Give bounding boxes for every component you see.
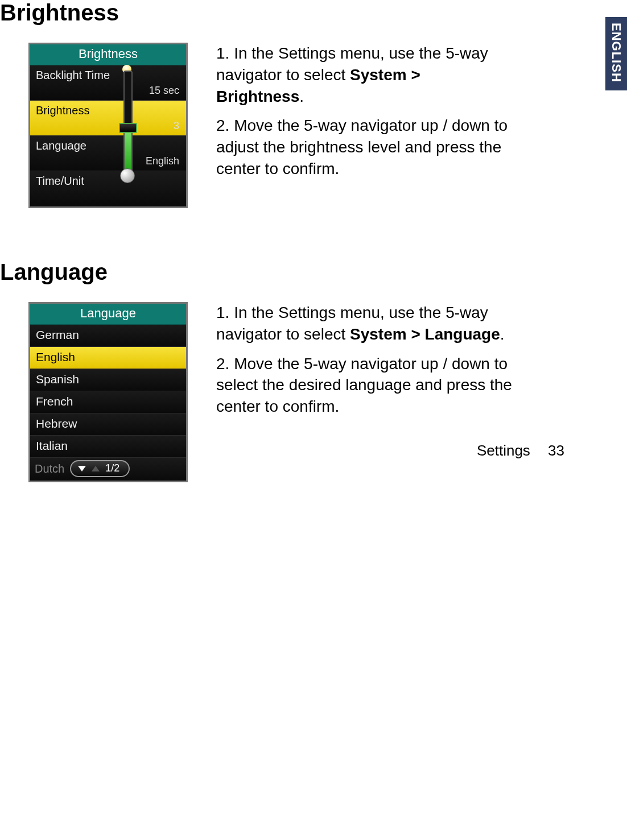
screen-title: Brightness [30,44,186,65]
lang-item-german: German [30,325,186,347]
brightness-device-screenshot: Brightness Backlight Time 15 sec Brightn… [28,43,188,208]
step-number: 2. [216,117,229,134]
menu-row-time-unit: Time/Unit [30,171,186,206]
step-number: 1. [216,44,229,62]
step-2: 2. Move the 5-way navigator up / down to… [216,353,512,417]
chevron-up-icon [92,466,100,471]
row-label: Backlight Time [36,69,110,81]
language-side-tab: ENGLISH [605,17,627,90]
lang-item-hebrew: Hebrew [30,413,186,436]
brightness-instructions: 1. In the Settings menu, use the 5-way n… [216,43,512,188]
step-text: Move the 5-way navigator up / down to ad… [216,117,508,177]
heading-language: Language [0,259,576,285]
language-instructions: 1. In the Settings menu, use the 5-way n… [216,302,512,425]
row-value: 15 sec [149,85,179,97]
step-text-post: . [299,88,304,105]
step-number: 1. [216,304,229,321]
step-1: 1. In the Settings menu, use the 5-way n… [216,302,512,345]
row-label: Brightness [36,104,90,117]
step-text-post: . [500,325,505,343]
screen-title: Language [30,304,186,325]
lang-item-spanish: Spanish [30,369,186,391]
menu-row-backlight-time: Backlight Time 15 sec [30,65,186,101]
page-indicator-text: 1/2 [105,462,119,474]
menu-row-brightness: Brightness 3 [30,101,186,136]
footer-section: Settings [477,442,530,459]
page-footer: Settings 33 [477,442,564,460]
lang-item-english: English [30,347,186,369]
step-1: 1. In the Settings menu, use the 5-way n… [216,43,512,107]
step-number: 2. [216,355,229,373]
lang-item-dutch: Dutch [35,462,64,475]
chevron-down-icon [78,466,86,471]
language-device-screenshot: Language German English Spanish French H… [28,302,188,482]
page-indicator-pill: 1/2 [70,460,130,477]
row-value: English [146,155,179,167]
lang-pager-row: Dutch 1/2 [30,458,186,481]
menu-row-language: Language English [30,136,186,171]
heading-brightness: Brightness [0,0,576,26]
row-value: 3 [174,120,179,132]
step-bold: System > Language [350,325,500,343]
footer-page-number: 33 [548,442,564,459]
row-label: Time/Unit [36,175,84,187]
step-text: Move the 5-way navigator up / down to se… [216,355,512,416]
lang-item-italian: Italian [30,436,186,458]
step-2: 2. Move the 5-way navigator up / down to… [216,115,512,179]
lang-item-french: French [30,391,186,413]
row-label: Language [36,139,86,152]
